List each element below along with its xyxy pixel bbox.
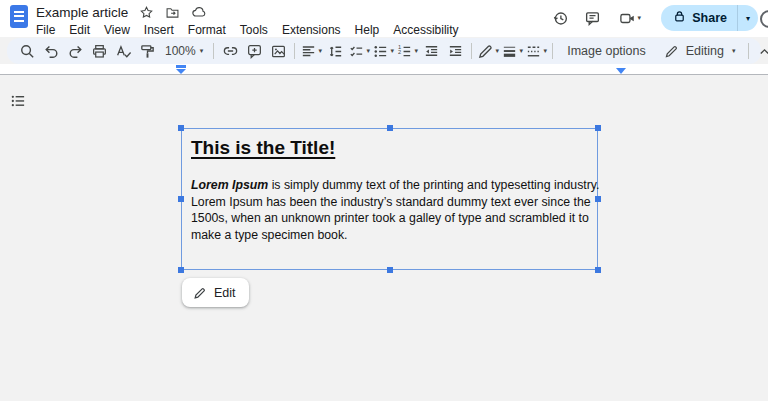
editing-mode-button[interactable]: Editing ▾ — [656, 39, 744, 63]
menu-help[interactable]: Help — [348, 22, 387, 38]
version-history-icon[interactable] — [547, 5, 573, 31]
checklist-icon[interactable]: ▾ — [347, 39, 371, 63]
app-header: Example article File Edit View — [0, 0, 768, 37]
menu-tools[interactable]: Tools — [233, 22, 275, 38]
toolbar-divider — [294, 43, 295, 59]
pencil-icon — [664, 44, 679, 59]
image-options-button[interactable]: Image options — [557, 39, 656, 63]
edit-button[interactable]: Edit — [182, 278, 249, 307]
toolbar-divider — [213, 43, 214, 59]
document-outline-icon[interactable] — [6, 89, 30, 113]
editing-mode-label: Editing — [686, 44, 724, 58]
menu-format[interactable]: Format — [181, 22, 233, 38]
undo-icon[interactable] — [39, 39, 63, 63]
menu-edit[interactable]: Edit — [62, 22, 97, 38]
resize-handle-bottom-middle[interactable] — [387, 267, 393, 273]
resize-handle-middle-right[interactable] — [595, 196, 601, 202]
toolbar-divider — [552, 43, 553, 59]
increase-indent-icon[interactable] — [443, 39, 467, 63]
zoom-value: 100% — [165, 44, 196, 58]
menu-extensions[interactable]: Extensions — [275, 22, 348, 38]
article-title: This is the Title! — [191, 135, 588, 161]
resize-handle-middle-left[interactable] — [178, 196, 184, 202]
numbered-list-icon[interactable]: 1 2 ▾ — [395, 39, 419, 63]
toolbar: 100% ▾ ▾ ▾ — [7, 38, 761, 64]
menu-accessibility[interactable]: Accessibility — [386, 22, 465, 38]
video-call-caret-icon: ▾ — [637, 14, 641, 22]
right-indent-marker[interactable] — [616, 68, 626, 74]
cloud-status-icon[interactable] — [191, 4, 207, 20]
lock-icon — [673, 9, 686, 27]
document-canvas: This is the Title! Lorem Ipsum is simply… — [0, 76, 768, 401]
zoom-select[interactable]: 100% ▾ — [159, 39, 209, 63]
search-menus-icon[interactable] — [15, 39, 39, 63]
bulleted-list-icon[interactable]: ▾ — [371, 39, 395, 63]
insert-image-icon[interactable] — [266, 39, 290, 63]
left-indent-marker[interactable] — [176, 65, 186, 74]
video-call-icon[interactable]: ▾ — [611, 5, 649, 31]
toolbar-divider — [748, 43, 749, 59]
account-avatar[interactable] — [760, 10, 768, 28]
selected-text-box[interactable]: This is the Title! Lorem Ipsum is simply… — [181, 128, 598, 270]
star-icon[interactable] — [139, 5, 154, 20]
line-spacing-icon[interactable] — [323, 39, 347, 63]
menu-view[interactable]: View — [97, 22, 137, 38]
border-color-icon[interactable]: ▾ — [476, 39, 500, 63]
docs-logo-icon[interactable] — [10, 5, 28, 28]
paint-format-icon[interactable] — [135, 39, 159, 63]
decrease-indent-icon[interactable] — [419, 39, 443, 63]
print-icon[interactable] — [87, 39, 111, 63]
share-caret-icon[interactable]: ▾ — [738, 14, 758, 23]
menu-insert[interactable]: Insert — [137, 22, 181, 38]
add-comment-icon[interactable] — [242, 39, 266, 63]
align-left-icon[interactable]: ▾ — [299, 39, 323, 63]
resize-handle-top-left[interactable] — [178, 125, 184, 131]
share-button-label: Share — [692, 11, 727, 25]
menu-file[interactable]: File — [29, 22, 62, 38]
resize-handle-bottom-left[interactable] — [178, 267, 184, 273]
comments-icon[interactable] — [579, 5, 605, 31]
svg-text:2: 2 — [399, 49, 402, 55]
share-button[interactable]: Share ▾ — [661, 5, 758, 31]
insert-link-icon[interactable] — [218, 39, 242, 63]
menu-bar: File Edit View Insert Format Tools Exten… — [29, 22, 466, 38]
edit-pencil-icon — [193, 286, 207, 300]
toolbar-divider — [471, 43, 472, 59]
resize-handle-bottom-right[interactable] — [595, 267, 601, 273]
zoom-caret-icon: ▾ — [200, 47, 204, 55]
spell-check-icon[interactable] — [111, 39, 135, 63]
hide-menus-icon[interactable] — [753, 39, 768, 63]
border-weight-icon[interactable]: ▾ — [500, 39, 524, 63]
resize-handle-top-middle[interactable] — [387, 125, 393, 131]
edit-button-label: Edit — [214, 286, 236, 300]
resize-handle-top-right[interactable] — [595, 125, 601, 131]
document-title[interactable]: Example article — [36, 5, 128, 20]
move-folder-icon[interactable] — [165, 5, 180, 20]
article-paragraph: Lorem Ipsum is simply dummy text of the … — [191, 177, 588, 243]
ruler — [0, 64, 768, 75]
redo-icon[interactable] — [63, 39, 87, 63]
border-dash-icon[interactable]: ▾ — [524, 39, 548, 63]
lorem-ipsum-bold: Lorem Ipsum — [191, 178, 268, 192]
editing-mode-caret-icon: ▾ — [732, 47, 736, 55]
